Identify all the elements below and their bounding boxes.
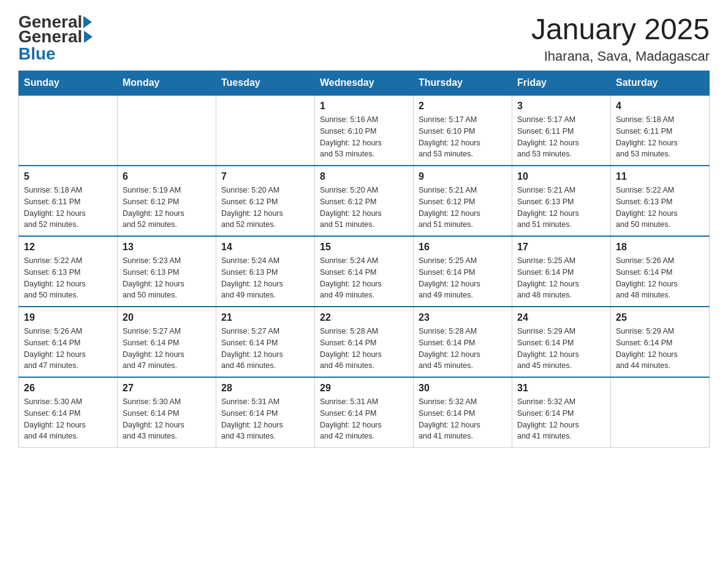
weekday-header-monday: Monday <box>118 71 216 96</box>
day-info: Sunrise: 5:30 AM Sunset: 6:14 PM Dayligh… <box>24 396 112 442</box>
weekday-header-saturday: Saturday <box>611 71 710 96</box>
calendar-cell: 11Sunrise: 5:22 AM Sunset: 6:13 PM Dayli… <box>611 166 710 236</box>
day-number: 12 <box>24 242 112 253</box>
day-info: Sunrise: 5:21 AM Sunset: 6:12 PM Dayligh… <box>419 185 507 231</box>
calendar-cell <box>216 95 315 166</box>
calendar-cell: 25Sunrise: 5:29 AM Sunset: 6:14 PM Dayli… <box>611 307 710 377</box>
calendar-cell: 19Sunrise: 5:26 AM Sunset: 6:14 PM Dayli… <box>19 307 118 377</box>
day-number: 11 <box>616 171 704 182</box>
day-number: 24 <box>517 312 605 323</box>
day-number: 1 <box>320 101 408 112</box>
page-header: General General Blue January 2025 Iharan… <box>18 12 710 64</box>
day-info: Sunrise: 5:30 AM Sunset: 6:14 PM Dayligh… <box>123 396 211 442</box>
weekday-header-sunday: Sunday <box>19 71 118 96</box>
day-number: 30 <box>419 383 507 394</box>
calendar-cell: 2Sunrise: 5:17 AM Sunset: 6:10 PM Daylig… <box>414 95 512 166</box>
day-info: Sunrise: 5:25 AM Sunset: 6:14 PM Dayligh… <box>419 255 507 301</box>
calendar-cell: 22Sunrise: 5:28 AM Sunset: 6:14 PM Dayli… <box>315 307 414 377</box>
weekday-header-thursday: Thursday <box>414 71 512 96</box>
day-number: 3 <box>517 101 605 112</box>
logo-arrow-icon <box>83 16 92 28</box>
calendar-week-row: 19Sunrise: 5:26 AM Sunset: 6:14 PM Dayli… <box>19 307 710 377</box>
day-number: 8 <box>320 171 408 182</box>
calendar-week-row: 26Sunrise: 5:30 AM Sunset: 6:14 PM Dayli… <box>19 377 710 448</box>
day-number: 31 <box>517 383 605 394</box>
month-title: January 2025 <box>531 12 710 46</box>
day-number: 25 <box>616 312 704 323</box>
calendar-cell: 8Sunrise: 5:20 AM Sunset: 6:12 PM Daylig… <box>315 166 414 236</box>
day-info: Sunrise: 5:16 AM Sunset: 6:10 PM Dayligh… <box>320 114 408 160</box>
day-number: 17 <box>517 242 605 253</box>
calendar-cell: 18Sunrise: 5:26 AM Sunset: 6:14 PM Dayli… <box>611 236 710 307</box>
title-section: January 2025 Iharana, Sava, Madagascar <box>531 12 710 64</box>
calendar-cell: 15Sunrise: 5:24 AM Sunset: 6:14 PM Dayli… <box>315 236 414 307</box>
calendar-cell: 14Sunrise: 5:24 AM Sunset: 6:13 PM Dayli… <box>216 236 315 307</box>
day-info: Sunrise: 5:31 AM Sunset: 6:14 PM Dayligh… <box>221 396 309 442</box>
day-number: 7 <box>221 171 309 182</box>
calendar-week-row: 12Sunrise: 5:22 AM Sunset: 6:13 PM Dayli… <box>19 236 710 307</box>
day-info: Sunrise: 5:31 AM Sunset: 6:14 PM Dayligh… <box>320 396 408 442</box>
day-info: Sunrise: 5:26 AM Sunset: 6:14 PM Dayligh… <box>24 326 112 372</box>
calendar-cell: 20Sunrise: 5:27 AM Sunset: 6:14 PM Dayli… <box>118 307 216 377</box>
day-info: Sunrise: 5:28 AM Sunset: 6:14 PM Dayligh… <box>419 326 507 372</box>
day-number: 2 <box>419 101 507 112</box>
calendar-cell: 28Sunrise: 5:31 AM Sunset: 6:14 PM Dayli… <box>216 377 315 448</box>
day-info: Sunrise: 5:28 AM Sunset: 6:14 PM Dayligh… <box>320 326 408 372</box>
day-info: Sunrise: 5:29 AM Sunset: 6:14 PM Dayligh… <box>616 326 704 372</box>
day-number: 27 <box>123 383 211 394</box>
day-number: 19 <box>24 312 112 323</box>
day-info: Sunrise: 5:20 AM Sunset: 6:12 PM Dayligh… <box>320 185 408 231</box>
calendar-cell: 13Sunrise: 5:23 AM Sunset: 6:13 PM Dayli… <box>118 236 216 307</box>
calendar-cell: 24Sunrise: 5:29 AM Sunset: 6:14 PM Dayli… <box>512 307 611 377</box>
calendar-cell <box>19 95 118 166</box>
day-info: Sunrise: 5:25 AM Sunset: 6:14 PM Dayligh… <box>517 255 605 301</box>
weekday-header-friday: Friday <box>512 71 611 96</box>
calendar-cell: 1Sunrise: 5:16 AM Sunset: 6:10 PM Daylig… <box>315 95 414 166</box>
calendar-cell: 23Sunrise: 5:28 AM Sunset: 6:14 PM Dayli… <box>414 307 512 377</box>
day-number: 20 <box>123 312 211 323</box>
day-info: Sunrise: 5:22 AM Sunset: 6:13 PM Dayligh… <box>24 255 112 301</box>
day-number: 10 <box>517 171 605 182</box>
logo: General General Blue <box>18 12 94 64</box>
calendar-cell: 17Sunrise: 5:25 AM Sunset: 6:14 PM Dayli… <box>512 236 611 307</box>
calendar-cell <box>118 95 216 166</box>
day-number: 14 <box>221 242 309 253</box>
day-number: 5 <box>24 171 112 182</box>
day-info: Sunrise: 5:23 AM Sunset: 6:13 PM Dayligh… <box>123 255 211 301</box>
day-number: 21 <box>221 312 309 323</box>
calendar-cell: 29Sunrise: 5:31 AM Sunset: 6:14 PM Dayli… <box>315 377 414 448</box>
day-info: Sunrise: 5:32 AM Sunset: 6:14 PM Dayligh… <box>419 396 507 442</box>
calendar-cell: 7Sunrise: 5:20 AM Sunset: 6:12 PM Daylig… <box>216 166 315 236</box>
day-info: Sunrise: 5:22 AM Sunset: 6:13 PM Dayligh… <box>616 185 704 231</box>
calendar-cell: 16Sunrise: 5:25 AM Sunset: 6:14 PM Dayli… <box>414 236 512 307</box>
calendar-cell: 5Sunrise: 5:18 AM Sunset: 6:11 PM Daylig… <box>19 166 118 236</box>
location-title: Iharana, Sava, Madagascar <box>531 48 710 64</box>
day-info: Sunrise: 5:29 AM Sunset: 6:14 PM Dayligh… <box>517 326 605 372</box>
calendar-week-row: 1Sunrise: 5:16 AM Sunset: 6:10 PM Daylig… <box>19 95 710 166</box>
weekday-header-tuesday: Tuesday <box>216 71 315 96</box>
day-info: Sunrise: 5:17 AM Sunset: 6:10 PM Dayligh… <box>419 114 507 160</box>
day-number: 16 <box>419 242 507 253</box>
day-number: 9 <box>419 171 507 182</box>
day-info: Sunrise: 5:32 AM Sunset: 6:14 PM Dayligh… <box>517 396 605 442</box>
day-info: Sunrise: 5:21 AM Sunset: 6:13 PM Dayligh… <box>517 185 605 231</box>
day-info: Sunrise: 5:27 AM Sunset: 6:14 PM Dayligh… <box>221 326 309 372</box>
day-info: Sunrise: 5:17 AM Sunset: 6:11 PM Dayligh… <box>517 114 605 160</box>
logo-blue-text: Blue <box>18 44 56 64</box>
calendar-cell: 3Sunrise: 5:17 AM Sunset: 6:11 PM Daylig… <box>512 95 611 166</box>
weekday-header-row: SundayMondayTuesdayWednesdayThursdayFrid… <box>19 71 710 96</box>
calendar-cell: 26Sunrise: 5:30 AM Sunset: 6:14 PM Dayli… <box>19 377 118 448</box>
day-info: Sunrise: 5:24 AM Sunset: 6:13 PM Dayligh… <box>221 255 309 301</box>
calendar-week-row: 5Sunrise: 5:18 AM Sunset: 6:11 PM Daylig… <box>19 166 710 236</box>
calendar-table: SundayMondayTuesdayWednesdayThursdayFrid… <box>18 71 710 448</box>
calendar-cell: 21Sunrise: 5:27 AM Sunset: 6:14 PM Dayli… <box>216 307 315 377</box>
day-info: Sunrise: 5:19 AM Sunset: 6:12 PM Dayligh… <box>123 185 211 231</box>
day-info: Sunrise: 5:27 AM Sunset: 6:14 PM Dayligh… <box>123 326 211 372</box>
day-number: 23 <box>419 312 507 323</box>
calendar-cell: 4Sunrise: 5:18 AM Sunset: 6:11 PM Daylig… <box>611 95 710 166</box>
day-number: 29 <box>320 383 408 394</box>
calendar-cell: 6Sunrise: 5:19 AM Sunset: 6:12 PM Daylig… <box>118 166 216 236</box>
day-number: 28 <box>221 383 309 394</box>
calendar-cell: 27Sunrise: 5:30 AM Sunset: 6:14 PM Dayli… <box>118 377 216 448</box>
day-info: Sunrise: 5:20 AM Sunset: 6:12 PM Dayligh… <box>221 185 309 231</box>
